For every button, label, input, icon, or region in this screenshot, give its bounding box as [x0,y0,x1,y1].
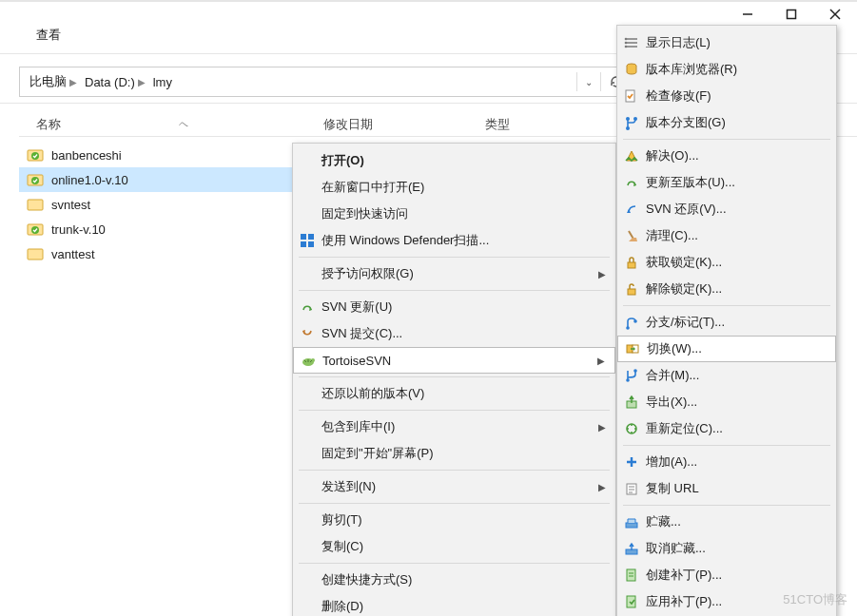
svg-point-25 [626,126,630,130]
svg-rect-37 [626,523,637,528]
folder-icon [27,196,44,213]
breadcrumb-segment[interactable]: lmy [149,67,176,96]
menu-item[interactable]: 获取锁定(K)... [617,249,836,276]
menu-item[interactable]: 解决(O)... [617,143,836,169]
svg-rect-14 [301,241,306,247]
file-row[interactable]: online1.0-v.10 [19,167,323,192]
menu-item-label: 还原以前的版本(V) [321,385,606,402]
menu-separator [623,505,830,506]
svg-point-18 [625,38,628,41]
menu-item[interactable]: 增加(A)... [617,449,836,475]
menu-item[interactable]: 授予访问权限(G)▶ [293,260,615,287]
breadcrumb-segment[interactable]: Data (D:)▶ [81,67,149,96]
menu-item[interactable]: 删除(D) [293,593,615,616]
chevron-right-icon: ▶ [138,77,146,87]
dropdown-icon[interactable]: ⌄ [585,77,593,87]
menu-item[interactable]: 合并(M)... [617,362,836,389]
menu-item-label: 剪切(T) [321,511,606,529]
file-row[interactable]: vanttest [19,241,323,266]
svn-folder-icon [27,171,44,188]
menu-item[interactable]: 检查修改(F) [617,83,836,109]
file-row[interactable]: trunk-v.10 [19,217,323,241]
menu-item[interactable]: 更新至版本(U)... [617,169,836,196]
check-icon [623,87,640,105]
menu-item[interactable]: 清理(C)... [617,222,836,249]
file-name: online1.0-v.10 [51,173,128,187]
submenu-arrow-icon: ▶ [598,422,606,433]
menu-item[interactable]: 解除锁定(K)... [617,276,836,302]
menu-item[interactable]: 剪切(T) [293,507,615,533]
column-name[interactable]: 名称 ヘ [19,116,323,133]
menu-item[interactable]: TortoiseSVN▶ [293,347,615,374]
svg-point-28 [626,326,630,330]
lock-icon [623,254,640,271]
menu-item-label: SVN 提交(C)... [321,325,606,342]
file-name: vanttest [51,247,95,261]
menu-view[interactable]: 查看 [29,24,68,46]
menu-separator [623,445,830,446]
file-list: banbenceshionline1.0-v.10svntesttrunk-v.… [19,143,323,266]
address-bar[interactable]: 比电脑▶ Data (D:)▶ lmy ⌄ [19,67,629,97]
menu-item-label: 复制(C) [321,538,606,555]
menu-item[interactable]: 复制(C) [293,533,615,560]
context-menu-primary: 打开(O)在新窗口中打开(E)固定到快速访问使用 Windows Defende… [292,143,616,616]
log-icon [623,34,640,51]
menu-item[interactable]: 在新窗口中打开(E) [293,174,615,201]
menu-separator [299,376,610,377]
menu-item[interactable]: 固定到"开始"屏幕(P) [293,440,615,467]
menu-item[interactable]: 打开(O) [293,147,615,174]
menu-item-label: 检查修改(F) [646,87,827,105]
file-row[interactable]: svntest [19,192,323,217]
menu-item[interactable]: 取消贮藏... [617,535,836,562]
menu-separator [623,305,830,306]
menu-item[interactable]: 切换(W)... [617,336,836,362]
menu-separator [299,563,610,564]
menu-item[interactable]: 分支/标记(T)... [617,309,836,336]
relocate-icon [623,420,640,437]
menu-item-label: 清理(C)... [646,227,827,244]
menu-item-label: 切换(W)... [647,340,826,357]
menu-item-label: 打开(O) [321,152,606,169]
menu-item-label: SVN 还原(V)... [646,201,827,218]
menu-item-label: 获取锁定(K)... [646,254,827,271]
menu-item[interactable]: SVN 更新(U) [293,294,615,320]
column-type[interactable]: 类型 [485,116,599,133]
menu-item[interactable]: 贮藏... [617,509,836,535]
svg-point-33 [633,369,637,373]
menu-item[interactable]: SVN 还原(V)... [617,196,836,222]
menu-item[interactable]: 包含到库中(I)▶ [293,414,615,440]
add-icon [623,453,640,471]
menu-item[interactable]: 发送到(N)▶ [293,473,615,500]
menu-item[interactable]: 版本库浏览器(R) [617,56,836,83]
unshelve-icon [623,540,640,557]
menu-item[interactable]: 创建补丁(P)... [617,562,836,588]
svg-rect-8 [28,200,43,210]
menu-item[interactable]: 创建快捷方式(S) [293,567,615,593]
breadcrumb-segment[interactable]: 比电脑▶ [26,67,81,96]
menu-item[interactable]: 固定到快速访问 [293,201,615,227]
menu-item[interactable]: 使用 Windows Defender扫描... [293,227,615,254]
menu-item[interactable]: 版本分支图(G) [617,109,836,136]
unlock-icon [623,280,640,298]
menu-item[interactable]: 显示日志(L) [617,29,836,56]
menu-separator [299,257,610,258]
menu-item-label: 使用 Windows Defender扫描... [321,232,606,249]
menu-item[interactable]: 还原以前的版本(V) [293,380,615,407]
merge-icon [623,367,640,384]
menu-item[interactable]: 导出(X)... [617,389,836,415]
menu-item[interactable]: SVN 提交(C)... [293,320,615,347]
resolve-icon [623,147,640,164]
svg-rect-13 [308,234,314,240]
menu-item-label: 创建快捷方式(S) [321,571,606,588]
menu-item-label: 更新至版本(U)... [646,174,827,191]
file-row[interactable]: banbenceshi [19,143,323,167]
column-date[interactable]: 修改日期 [323,116,485,133]
defender-icon [299,232,316,249]
svg-point-32 [626,378,630,382]
menu-item-label: 显示日志(L) [646,34,827,51]
menu-item[interactable]: 复制 URL [617,475,836,502]
menu-item[interactable]: 重新定位(C)... [617,415,836,442]
branchgraph-icon [623,114,640,131]
menu-item-label: 解决(O)... [646,147,827,164]
svn-update-icon [299,298,316,316]
